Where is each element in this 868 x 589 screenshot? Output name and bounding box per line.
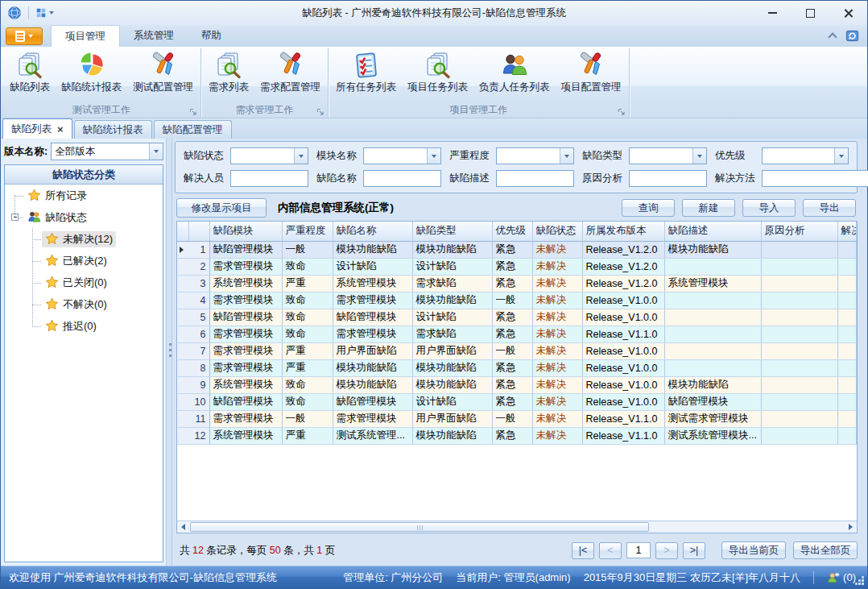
grid-cell[interactable]: 缺陷管理模块: [209, 393, 282, 410]
grid-cell[interactable]: 未解决: [532, 258, 582, 275]
grid-column-header[interactable]: 缺陷状态: [532, 222, 582, 241]
document-tab[interactable]: 缺陷配置管理: [154, 120, 232, 139]
grid-cell[interactable]: [761, 393, 837, 410]
action-button[interactable]: 查询: [622, 199, 675, 217]
grid-cell[interactable]: 致命: [282, 309, 333, 326]
filter-combo[interactable]: [230, 147, 308, 164]
tree-item[interactable]: 所有记录: [5, 185, 163, 206]
grid-cell[interactable]: 紧急: [492, 376, 532, 393]
grid-cell[interactable]: 缺陷管理模块: [209, 309, 282, 326]
dialog-launcher-icon[interactable]: [189, 107, 197, 115]
grid-cell[interactable]: 模块功能缺陷: [333, 376, 412, 393]
grid-cell[interactable]: [837, 309, 857, 326]
grid-cell[interactable]: 缺陷管理模块: [209, 241, 282, 258]
grid-cell[interactable]: 需求管理模块: [209, 342, 282, 359]
grid-cell[interactable]: 紧急: [492, 326, 532, 342]
minimize-button[interactable]: [754, 1, 792, 25]
grid-cell[interactable]: 模块功能缺陷: [664, 241, 761, 258]
scrollbar-thumb[interactable]: [190, 522, 649, 532]
grid-cell[interactable]: 紧急: [492, 309, 532, 326]
grid-cell[interactable]: 未解决: [532, 410, 582, 427]
grid-cell[interactable]: 设计缺陷: [412, 309, 492, 326]
grid-cell[interactable]: 严重: [282, 342, 333, 359]
ribbon-button[interactable]: 负责人任务列表: [473, 49, 556, 95]
grid-cell[interactable]: 致命: [282, 376, 333, 393]
grid-cell[interactable]: 一般: [492, 342, 532, 359]
dialog-launcher-icon[interactable]: [618, 107, 626, 115]
grid-cell[interactable]: 设计缺陷: [412, 258, 492, 275]
tree-item[interactable]: 已解决(2): [5, 250, 163, 272]
grid-cell[interactable]: 模块功能缺陷: [412, 292, 492, 309]
document-tab[interactable]: 缺陷列表×: [2, 118, 72, 139]
grid-cell[interactable]: 严重: [282, 427, 333, 444]
filter-input[interactable]: [762, 170, 868, 187]
dropdown-arrow-icon[interactable]: [560, 148, 573, 164]
grid-cell[interactable]: 需求管理模块: [209, 359, 282, 376]
grid-cell[interactable]: 模块功能缺陷: [412, 376, 492, 393]
grid-cell[interactable]: [664, 292, 761, 309]
grid-cell[interactable]: 用户界面缺陷: [412, 342, 492, 359]
grid-cell[interactable]: 紧急: [492, 393, 532, 410]
grid-cell[interactable]: 一般: [492, 292, 532, 309]
tree-item[interactable]: 推迟(0): [5, 315, 163, 337]
grid-cell[interactable]: [761, 427, 837, 444]
grid-cell[interactable]: 紧急: [492, 359, 532, 376]
grid-column-header[interactable]: 解决方法: [837, 222, 857, 241]
grid-cell[interactable]: 未解决: [532, 241, 582, 258]
grid-cell[interactable]: 模块功能缺陷: [412, 241, 492, 258]
grid-cell[interactable]: 测试需求管理模块: [664, 410, 761, 427]
grid-cell[interactable]: 模块功能缺陷: [333, 359, 412, 376]
grid-cell[interactable]: 缺陷管理模块: [664, 393, 761, 410]
ribbon-button[interactable]: 所有任务列表: [330, 49, 402, 95]
grid-cell[interactable]: 模块功能缺陷: [412, 359, 492, 376]
grid-cell[interactable]: 设计缺陷: [333, 258, 412, 275]
tree-item[interactable]: 不解决(0): [5, 293, 163, 315]
next-page-button[interactable]: >: [655, 542, 678, 559]
grid-cell[interactable]: 测试系统管理...: [333, 427, 412, 444]
grid-cell[interactable]: Release_V1.0.0: [582, 376, 664, 393]
ribbon-tab[interactable]: 帮助: [188, 25, 235, 47]
filter-combo[interactable]: [762, 147, 849, 164]
grid-cell[interactable]: 未解决: [532, 393, 582, 410]
grid-cell[interactable]: 测试系统管理模块...: [664, 427, 761, 444]
grid-cell[interactable]: 需求管理模块: [333, 292, 412, 309]
grid-cell[interactable]: [837, 342, 857, 359]
grid-cell[interactable]: [837, 241, 857, 258]
modify-display-items-button[interactable]: 修改显示项目: [176, 198, 267, 218]
filter-input[interactable]: [629, 170, 707, 187]
ribbon-button[interactable]: 缺陷统计报表: [56, 49, 127, 95]
dropdown-arrow-icon[interactable]: [834, 148, 848, 164]
application-menu-button[interactable]: [6, 27, 43, 45]
grid-cell[interactable]: 紧急: [492, 241, 532, 258]
grid-cell[interactable]: 致命: [282, 258, 333, 275]
message-indicator[interactable]: (0): [827, 571, 856, 584]
grid-cell[interactable]: Release_V1.2.0: [582, 258, 664, 275]
export-all-pages-button[interactable]: 导出全部页: [793, 541, 858, 559]
grid-cell[interactable]: [837, 326, 857, 342]
grid-cell[interactable]: 系统管理模块: [664, 275, 761, 292]
grid-cell[interactable]: [761, 309, 837, 326]
grid-cell[interactable]: [837, 393, 857, 410]
dropdown-arrow-icon[interactable]: [692, 148, 706, 164]
grid-cell[interactable]: 致命: [282, 292, 333, 309]
quick-access-toolbar-button[interactable]: [35, 7, 54, 19]
grid-cell[interactable]: 紧急: [492, 427, 532, 444]
grid-cell[interactable]: 致命: [282, 326, 333, 342]
grid-cell[interactable]: 系统管理模块: [209, 275, 282, 292]
grid-cell[interactable]: [837, 275, 857, 292]
grid-cell[interactable]: 用户界面缺陷: [412, 410, 492, 427]
grid-cell[interactable]: 未解决: [532, 427, 582, 444]
grid-cell[interactable]: 系统管理模块: [333, 275, 412, 292]
grid-cell[interactable]: Release_V1.0.0: [582, 309, 664, 326]
grid-cell[interactable]: 严重: [282, 275, 333, 292]
horizontal-scrollbar[interactable]: [177, 521, 857, 533]
action-button[interactable]: 新建: [682, 199, 735, 217]
grid-cell[interactable]: 一般: [282, 410, 333, 427]
grid-cell[interactable]: 紧急: [492, 258, 532, 275]
grid-cell[interactable]: 需求缺陷: [412, 275, 492, 292]
grid-column-header[interactable]: 所属发布版本: [582, 222, 664, 241]
scrollbar-track[interactable]: [189, 521, 845, 533]
grid-cell[interactable]: 未解决: [532, 342, 582, 359]
grid-cell[interactable]: 未解决: [532, 275, 582, 292]
scroll-right-arrow-icon[interactable]: [845, 521, 857, 533]
